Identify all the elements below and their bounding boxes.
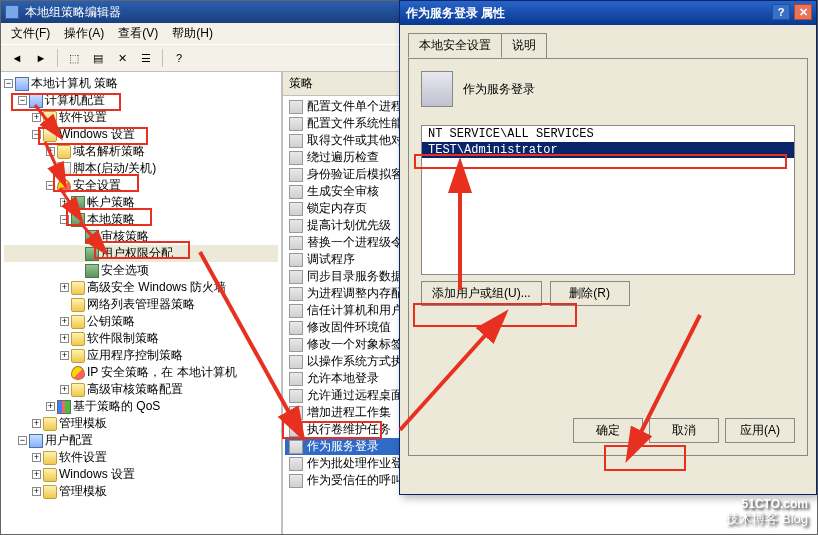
policy-icon: [289, 355, 303, 369]
folder-icon: [71, 315, 85, 329]
policy-label: 增加进程工作集: [307, 404, 391, 421]
tree-u-soft[interactable]: 软件设置: [59, 449, 107, 466]
nav-fwd-icon[interactable]: ►: [31, 48, 51, 68]
folder-open-icon: [43, 128, 57, 142]
script-icon: [57, 162, 71, 176]
policy-label: 绕过遍历检查: [307, 149, 379, 166]
tree-root[interactable]: 本地计算机 策略: [31, 75, 118, 92]
export-icon[interactable]: ▤: [88, 48, 108, 68]
tree-user-cfg[interactable]: 用户配置: [45, 432, 93, 449]
tree-name-res[interactable]: 域名解析策略: [73, 143, 145, 160]
expander-icon[interactable]: −: [18, 436, 27, 445]
expander-icon[interactable]: +: [32, 419, 41, 428]
tree-pub-key[interactable]: 公钥策略: [87, 313, 135, 330]
expander-icon[interactable]: +: [32, 487, 41, 496]
user-icon: [29, 434, 43, 448]
tree-adv-audit[interactable]: 高级审核策略配置: [87, 381, 183, 398]
user-list-item[interactable]: TEST\Administrator: [422, 142, 794, 158]
menu-view[interactable]: 查看(V): [112, 23, 164, 44]
tree-local-pol[interactable]: 本地策略: [87, 211, 135, 228]
tree-user-rights[interactable]: 用户权限分配: [101, 245, 173, 262]
tree-sec-options[interactable]: 安全选项: [101, 262, 149, 279]
expander-icon[interactable]: +: [60, 283, 69, 292]
policy-icon: [421, 71, 453, 107]
add-user-button[interactable]: 添加用户或组(U)...: [421, 281, 542, 306]
expander-icon[interactable]: −: [4, 79, 13, 88]
tab-local-security[interactable]: 本地安全设置: [408, 33, 502, 58]
menu-file[interactable]: 文件(F): [5, 23, 56, 44]
tree-ipsec[interactable]: IP 安全策略，在 本地计算机: [87, 364, 237, 381]
help-icon[interactable]: ?: [772, 4, 790, 20]
policy-label: 信任计算机和用户: [307, 302, 403, 319]
close-icon[interactable]: ✕: [794, 4, 812, 20]
tree-net-list[interactable]: 网络列表管理器策略: [87, 296, 195, 313]
tree-soft-settings[interactable]: 软件设置: [59, 109, 107, 126]
tree-account-pol[interactable]: 帐户策略: [87, 194, 135, 211]
expander-icon[interactable]: +: [32, 470, 41, 479]
menu-action[interactable]: 操作(A): [58, 23, 110, 44]
up-icon[interactable]: ⬚: [64, 48, 84, 68]
expander-icon[interactable]: +: [46, 147, 55, 156]
policy-label: 作为服务登录: [307, 438, 379, 455]
user-listbox[interactable]: NT SERVICE\ALL SERVICESTEST\Administrato…: [421, 125, 795, 275]
dialog-titlebar[interactable]: 作为服务登录 属性 ? ✕: [400, 1, 816, 25]
remove-button[interactable]: 删除(R): [550, 281, 630, 306]
folder-icon: [71, 349, 85, 363]
expander-icon[interactable]: +: [60, 198, 69, 207]
policy-icon: [289, 270, 303, 284]
policy-label: 身份验证后模拟客: [307, 166, 403, 183]
expander-icon[interactable]: +: [60, 317, 69, 326]
expander-icon[interactable]: +: [60, 385, 69, 394]
tree-win-settings[interactable]: Windows 设置: [59, 126, 135, 143]
policy-icon: [289, 406, 303, 420]
folder-icon: [43, 468, 57, 482]
policy-icon: [289, 474, 303, 488]
expander-icon[interactable]: +: [60, 351, 69, 360]
tree-soft-restrict[interactable]: 软件限制策略: [87, 330, 159, 347]
policy-label: 锁定内存页: [307, 200, 367, 217]
expander-icon[interactable]: +: [46, 402, 55, 411]
policy-icon: [289, 202, 303, 216]
close-icon[interactable]: ✕: [112, 48, 132, 68]
policy-icon: [289, 100, 303, 114]
policy-label: 作为批处理作业登: [307, 455, 403, 472]
tree-u-tpl[interactable]: 管理模板: [59, 483, 107, 500]
expander-icon[interactable]: −: [32, 130, 41, 139]
policy-label: 修改一个对象标签: [307, 336, 403, 353]
folder-icon: [71, 281, 85, 295]
tree-pane[interactable]: −本地计算机 策略 −计算机配置 +软件设置 −Windows 设置 +域名解析…: [1, 72, 283, 534]
tree-adv-firewall[interactable]: 高级安全 Windows 防火墙: [87, 279, 226, 296]
tab-explain[interactable]: 说明: [501, 33, 547, 58]
book-icon: [85, 264, 99, 278]
nav-back-icon[interactable]: ◄: [7, 48, 27, 68]
policy-label: 调试程序: [307, 251, 355, 268]
expander-icon[interactable]: −: [60, 215, 69, 224]
expander-icon[interactable]: +: [32, 453, 41, 462]
menu-help[interactable]: 帮助(H): [166, 23, 219, 44]
tree-admin-tpl[interactable]: 管理模板: [59, 415, 107, 432]
tree-scripts[interactable]: 脚本(启动/关机): [73, 160, 156, 177]
tree-computer-cfg[interactable]: 计算机配置: [45, 92, 105, 109]
policy-icon: [289, 253, 303, 267]
tree-u-win[interactable]: Windows 设置: [59, 466, 135, 483]
tree-audit-pol[interactable]: 审核策略: [101, 228, 149, 245]
computer-icon: [29, 94, 43, 108]
expander-icon[interactable]: −: [18, 96, 27, 105]
help-icon[interactable]: ?: [169, 48, 189, 68]
apply-button[interactable]: 应用(A): [725, 418, 795, 443]
cancel-button[interactable]: 取消: [649, 418, 719, 443]
dialog-title: 作为服务登录 属性: [406, 5, 505, 22]
expander-icon[interactable]: +: [60, 334, 69, 343]
policy-label: 替换一个进程级令: [307, 234, 403, 251]
ok-button[interactable]: 确定: [573, 418, 643, 443]
props-icon[interactable]: ☰: [136, 48, 156, 68]
expander-icon[interactable]: +: [32, 113, 41, 122]
policy-icon: [289, 338, 303, 352]
book-icon: [85, 230, 99, 244]
expander-icon[interactable]: −: [46, 181, 55, 190]
user-list-item[interactable]: NT SERVICE\ALL SERVICES: [422, 126, 794, 142]
tree-qos[interactable]: 基于策略的 QoS: [73, 398, 160, 415]
tree-security[interactable]: 安全设置: [73, 177, 121, 194]
watermark: 51CTO.com 技术博客 Blog: [726, 497, 808, 527]
tree-app-ctrl[interactable]: 应用程序控制策略: [87, 347, 183, 364]
